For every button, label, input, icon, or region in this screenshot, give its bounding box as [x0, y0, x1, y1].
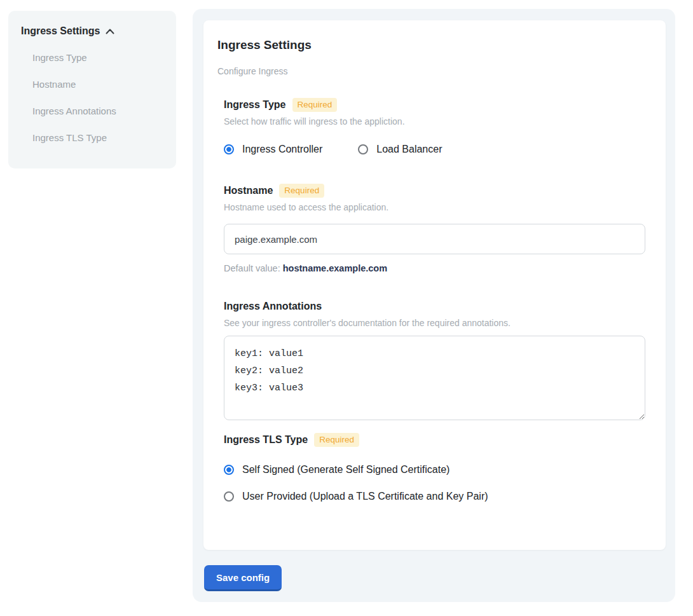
load-balancer-radio[interactable] — [358, 144, 368, 154]
ingress-type-description: Select how traffic will ingress to the a… — [224, 116, 652, 127]
ingress-tls-type-label: Ingress TLS Type — [224, 434, 308, 446]
default-value-label: Default value: — [224, 263, 283, 273]
chevron-up-icon — [106, 29, 114, 34]
ingress-settings-card: Ingress Settings Configure Ingress Ingre… — [203, 20, 666, 550]
ingress-settings-form: Ingress Type Required Select how traffic… — [224, 98, 652, 503]
sidebar-item-hostname[interactable]: Hostname — [32, 79, 163, 90]
radio-option-load-balancer[interactable]: Load Balancer — [358, 143, 442, 156]
section-hostname: Hostname Required Hostname used to acces… — [224, 184, 652, 274]
user-provided-radio[interactable] — [224, 491, 234, 502]
ingress-type-radio-group: Ingress Controller Load Balancer — [224, 143, 652, 156]
sidebar-section-title: Ingress Settings — [21, 25, 100, 37]
ingress-annotations-description: See your ingress controller's documentat… — [224, 318, 652, 328]
page-subtitle: Configure Ingress — [217, 66, 652, 76]
sidebar-items: Ingress Type Hostname Ingress Annotation… — [32, 53, 163, 143]
page-title: Ingress Settings — [217, 38, 652, 52]
radio-option-ingress-controller[interactable]: Ingress Controller — [224, 143, 322, 156]
ingress-annotations-textarea[interactable]: key1: value1 key2: value2 key3: value3 — [224, 336, 645, 420]
self-signed-radio[interactable] — [224, 465, 234, 475]
radio-option-self-signed[interactable]: Self Signed (Generate Self Signed Certif… — [224, 463, 652, 476]
settings-sidebar: Ingress Settings Ingress Type Hostname I… — [8, 11, 176, 168]
radio-label: Load Balancer — [376, 143, 442, 156]
default-value-text: hostname.example.com — [283, 263, 387, 273]
section-ingress-type: Ingress Type Required Select how traffic… — [224, 98, 652, 156]
hostname-label: Hostname — [224, 185, 273, 196]
section-ingress-annotations: Ingress Annotations See your ingress con… — [224, 299, 652, 420]
save-config-button[interactable]: Save config — [204, 565, 282, 591]
radio-label: Self Signed (Generate Self Signed Certif… — [242, 463, 449, 476]
ingress-type-label: Ingress Type — [224, 99, 286, 111]
sidebar-section-toggle[interactable]: Ingress Settings — [21, 25, 163, 37]
required-badge: Required — [279, 184, 324, 198]
hostname-input[interactable] — [224, 224, 645, 254]
hostname-description: Hostname used to access the application. — [224, 202, 652, 212]
sidebar-item-ingress-type[interactable]: Ingress Type — [32, 53, 163, 63]
required-badge: Required — [292, 98, 338, 112]
sidebar-item-ingress-tls-type[interactable]: Ingress TLS Type — [32, 133, 163, 143]
hostname-default-line: Default value: hostname.example.com — [224, 263, 652, 274]
section-ingress-tls-type: Ingress TLS Type Required Self Signed (G… — [224, 433, 652, 503]
sidebar-item-ingress-annotations[interactable]: Ingress Annotations — [32, 106, 163, 116]
ingress-annotations-label: Ingress Annotations — [224, 301, 322, 312]
required-badge: Required — [314, 433, 359, 447]
radio-label: Ingress Controller — [242, 143, 322, 156]
settings-panel: Ingress Settings Configure Ingress Ingre… — [193, 9, 675, 602]
ingress-controller-radio[interactable] — [224, 144, 234, 154]
radio-option-user-provided[interactable]: User Provided (Upload a TLS Certificate … — [224, 490, 652, 503]
radio-label: User Provided (Upload a TLS Certificate … — [242, 490, 488, 503]
